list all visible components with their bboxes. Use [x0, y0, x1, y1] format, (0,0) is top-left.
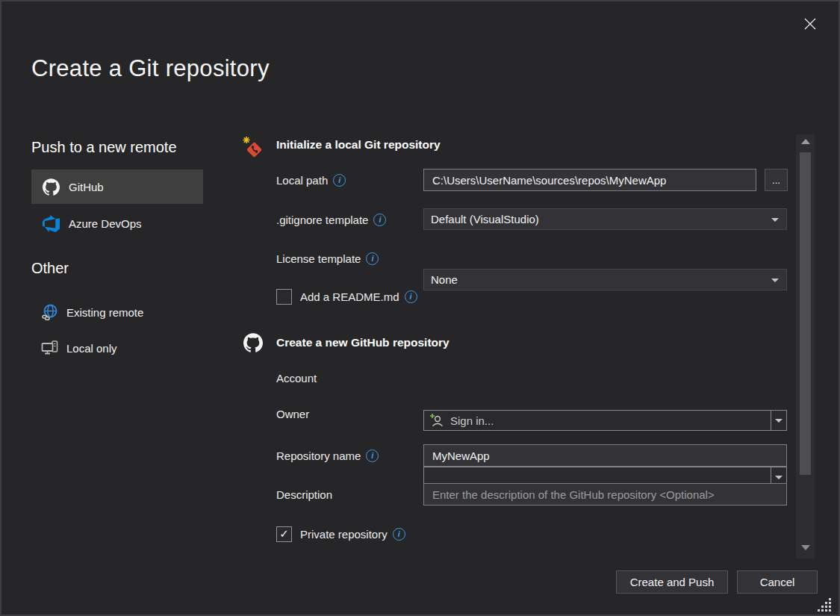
local-path-input[interactable]	[423, 169, 756, 191]
repo-name-input[interactable]	[423, 444, 787, 467]
create-and-push-button[interactable]: Create and Push	[616, 570, 728, 594]
sidebar-item-azure-devops[interactable]: Azure DevOps	[31, 206, 203, 240]
sidebar-item-label: Existing remote	[66, 306, 143, 319]
page-title: Create a Git repository	[31, 55, 270, 82]
sidebar-item-label: Azure DevOps	[69, 217, 142, 230]
description-label: Description	[276, 488, 332, 501]
close-icon	[803, 16, 818, 31]
close-button[interactable]	[798, 12, 822, 36]
create-git-repository-dialog: Create a Git repository Push to a new re…	[0, 0, 840, 616]
scroll-down-button[interactable]	[796, 541, 815, 554]
sidebar-item-existing-remote[interactable]: Existing remote	[31, 297, 203, 327]
init-section-title: Initialize a local Git repository	[276, 138, 441, 152]
account-row: Account	[276, 367, 317, 389]
gitignore-row: .gitignore template i	[276, 208, 386, 231]
license-selected-value: None	[431, 273, 458, 286]
browse-button[interactable]: ...	[765, 169, 788, 191]
chevron-down-icon	[775, 419, 783, 423]
scrollbar-thumb[interactable]	[800, 152, 811, 475]
description-row: Description	[276, 483, 332, 505]
private-repo-checkbox[interactable]: ✓	[276, 526, 292, 542]
owner-row: Owner	[276, 402, 309, 425]
info-icon[interactable]: i	[393, 528, 405, 541]
triangle-up-icon	[801, 139, 810, 144]
resize-grip[interactable]	[818, 594, 836, 612]
git-init-icon	[242, 136, 266, 160]
globe-link-icon	[41, 303, 59, 321]
github-icon	[43, 178, 60, 196]
account-combobox[interactable]: Sign in...	[423, 410, 787, 431]
private-repo-row: ✓ Private repository i	[276, 523, 405, 545]
init-section-header: Initialize a local Git repository	[242, 136, 266, 160]
sidebar-item-label: Local only	[66, 342, 117, 355]
account-value: Sign in...	[450, 414, 494, 427]
vertical-scrollbar[interactable]	[796, 134, 815, 559]
readme-label: Add a README.md	[300, 290, 399, 303]
sidebar-item-github[interactable]: GitHub	[31, 169, 203, 204]
push-section-heading: Push to a new remote	[31, 139, 177, 156]
triangle-down-icon	[801, 545, 810, 550]
readme-checkbox[interactable]	[276, 289, 292, 305]
owner-label: Owner	[276, 408, 309, 420]
other-section-heading: Other	[31, 260, 69, 277]
chevron-down-icon	[771, 218, 779, 222]
readme-row: Add a README.md i	[276, 285, 417, 308]
gitignore-dropdown[interactable]: Default (VisualStudio)	[423, 208, 787, 230]
account-label: Account	[276, 372, 317, 385]
github-section-header: Create a new GitHub repository	[242, 333, 263, 352]
chevron-down-icon	[775, 476, 783, 479]
license-label: License template	[276, 252, 361, 265]
github-icon	[243, 333, 263, 352]
private-repo-label: Private repository	[300, 528, 388, 541]
github-section-title: Create a new GitHub repository	[276, 336, 449, 349]
repo-name-label: Repository name	[276, 449, 361, 462]
info-icon[interactable]: i	[405, 290, 417, 303]
sidebar-item-local-only[interactable]: Local only	[31, 333, 203, 363]
main-panel: Initialize a local Git repository Local …	[242, 136, 790, 569]
scroll-up-button[interactable]	[796, 134, 815, 148]
account-dropdown-button[interactable]	[771, 411, 786, 430]
info-icon[interactable]: i	[366, 252, 379, 265]
computer-icon	[41, 339, 59, 357]
local-path-label: Local path	[276, 174, 328, 187]
sidebar-item-label: GitHub	[69, 181, 104, 193]
description-input[interactable]	[423, 483, 787, 505]
cancel-button[interactable]: Cancel	[737, 570, 818, 594]
azure-devops-icon	[43, 215, 60, 232]
chevron-down-icon	[771, 279, 779, 282]
info-icon[interactable]: i	[373, 214, 386, 226]
license-row: License template i	[276, 247, 379, 270]
license-dropdown[interactable]: None	[423, 269, 787, 290]
info-icon[interactable]: i	[333, 174, 346, 187]
gitignore-label: .gitignore template	[276, 214, 368, 226]
gitignore-selected-value: Default (VisualStudio)	[431, 213, 539, 225]
local-path-row: Local path i	[276, 169, 346, 191]
add-user-icon	[429, 413, 444, 428]
info-icon[interactable]: i	[366, 449, 379, 462]
repo-name-row: Repository name i	[276, 444, 379, 467]
